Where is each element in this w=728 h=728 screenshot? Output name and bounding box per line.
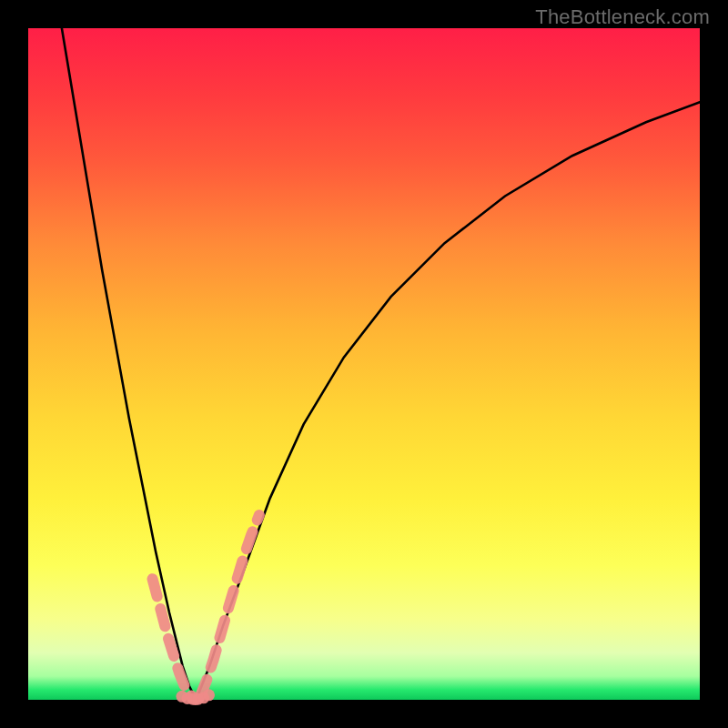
dot-bottom-scatter-5 (203, 689, 215, 701)
outer-frame: TheBottleneck.com (0, 0, 728, 728)
curve-right-branch (197, 102, 701, 700)
curve-left-branch (62, 28, 197, 700)
dash-right-dash-overlay (200, 515, 259, 696)
chart-svg (28, 28, 700, 700)
overlay-dots (177, 689, 216, 704)
plot-area (28, 28, 700, 700)
watermark-text: TheBottleneck.com (535, 5, 710, 29)
